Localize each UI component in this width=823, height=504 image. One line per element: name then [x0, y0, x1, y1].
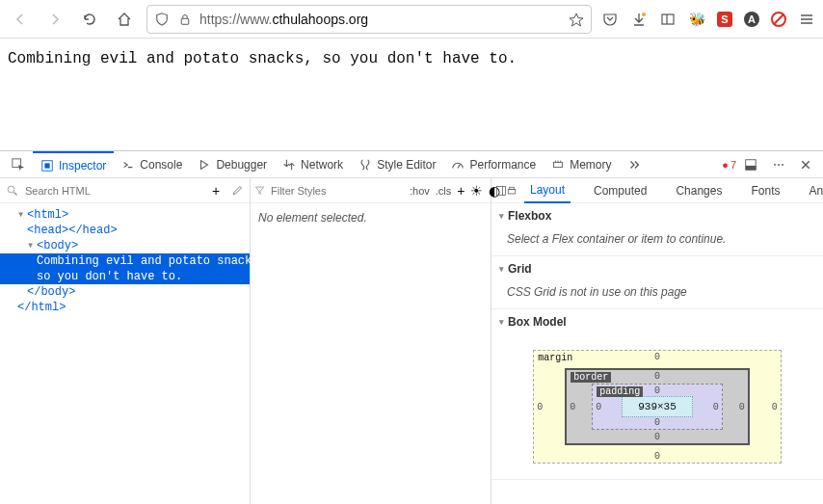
pick-element-button[interactable] — [4, 151, 33, 178]
box-model-diagram[interactable]: margin 0 0 0 0 border 0 0 0 0 padding — [491, 334, 823, 479]
devtools-toolbar: Inspector Console Debugger Network Style… — [0, 151, 823, 178]
svg-point-16 — [8, 186, 14, 193]
tab-inspector[interactable]: Inspector — [33, 151, 114, 178]
svg-point-1 — [642, 13, 646, 16]
tab-debugger[interactable]: Debugger — [190, 151, 275, 178]
flexbox-section-body: Select a Flex container or item to conti… — [491, 228, 823, 255]
dom-tree[interactable]: ▾<html> <head></head> ▾<body> Combining … — [0, 203, 250, 319]
shield-icon — [153, 11, 171, 28]
devtools-close-icon[interactable] — [792, 151, 819, 178]
cls-toggle[interactable]: .cls — [436, 185, 452, 197]
error-count[interactable]: 7 — [722, 159, 736, 171]
extension-s-icon[interactable]: S — [717, 12, 732, 27]
layout-pane: Layout Computed Changes Fonts Anim ▾ Fle… — [491, 178, 823, 504]
tab-memory[interactable]: Memory — [544, 151, 619, 178]
url-text: https://www.cthulahoops.org — [199, 12, 562, 27]
tab-style-editor[interactable]: Style Editor — [351, 151, 443, 178]
sidebar-icon[interactable] — [659, 11, 677, 28]
svg-rect-9 — [44, 163, 49, 168]
subtab-layout[interactable]: Layout — [524, 178, 571, 203]
flexbox-section-header[interactable]: Flexbox — [491, 203, 823, 228]
markup-pane: + ▾<html> <head></head> ▾<body> Combinin… — [0, 178, 251, 504]
downloads-icon[interactable] — [630, 11, 648, 28]
tabs-overflow-icon[interactable] — [620, 151, 649, 178]
extension-a-icon[interactable]: A — [744, 12, 759, 27]
tab-network[interactable]: Network — [275, 151, 351, 178]
subtab-animations[interactable]: Anim ▾ — [803, 178, 823, 203]
devtools-meatball-icon[interactable]: ⋯ — [765, 151, 792, 178]
search-html-input[interactable] — [25, 185, 203, 197]
subtab-fonts[interactable]: Fonts — [745, 178, 785, 203]
svg-rect-2 — [662, 14, 674, 24]
hov-toggle[interactable]: :hov — [410, 185, 430, 197]
svg-rect-20 — [497, 186, 506, 195]
no-element-label: No element selected. — [251, 203, 491, 232]
search-icon — [4, 182, 21, 199]
grid-section-body: CSS Grid is not in use on this page — [491, 281, 823, 308]
svg-rect-10 — [554, 162, 563, 167]
tab-performance[interactable]: Performance — [443, 151, 544, 178]
light-mode-icon[interactable]: ☀ — [470, 182, 483, 199]
bookmark-star-icon[interactable] — [568, 11, 585, 28]
menu-icon[interactable] — [798, 11, 815, 28]
box-model-content-size: 939×35 — [622, 396, 693, 417]
address-bar: https://www.cthulahoops.org 🐝 S A — [0, 0, 823, 39]
filter-icon — [254, 182, 265, 199]
page-body-text: Combining evil and potato snacks, so you… — [0, 39, 823, 79]
lock-icon — [176, 11, 194, 28]
svg-rect-15 — [746, 165, 757, 169]
devtools-dock-icon[interactable] — [736, 151, 765, 178]
tab-console[interactable]: Console — [114, 151, 190, 178]
add-node-icon[interactable]: + — [207, 182, 225, 199]
subtab-computed[interactable]: Computed — [588, 178, 652, 203]
home-button[interactable] — [112, 7, 137, 32]
svg-line-17 — [14, 192, 17, 195]
layout-pane-toggle-icon[interactable] — [495, 182, 507, 199]
toolbar-right: 🐝 S A — [601, 11, 815, 28]
devtools-panel: Inspector Console Debugger Network Style… — [0, 150, 823, 504]
rules-pane: :hov .cls + ☀ ◐ No element selected. — [251, 178, 491, 504]
extension-block-icon[interactable] — [771, 12, 786, 27]
forward-button[interactable] — [42, 7, 67, 32]
selected-node: Combining evil and potato snacks, — [0, 253, 250, 269]
url-bar[interactable]: https://www.cthulahoops.org — [146, 5, 592, 34]
subtab-changes[interactable]: Changes — [670, 178, 728, 203]
eyedropper-icon[interactable] — [228, 182, 246, 199]
back-button[interactable] — [8, 7, 33, 32]
grid-section-header[interactable]: Grid — [491, 256, 823, 281]
pocket-icon[interactable] — [601, 11, 619, 28]
filter-styles-input[interactable] — [271, 185, 404, 197]
svg-rect-0 — [181, 18, 189, 24]
reload-button[interactable] — [77, 7, 102, 32]
extension-icon[interactable]: 🐝 — [688, 11, 705, 28]
boxmodel-section-header[interactable]: Box Model — [491, 309, 823, 334]
add-rule-icon[interactable]: + — [457, 182, 465, 199]
